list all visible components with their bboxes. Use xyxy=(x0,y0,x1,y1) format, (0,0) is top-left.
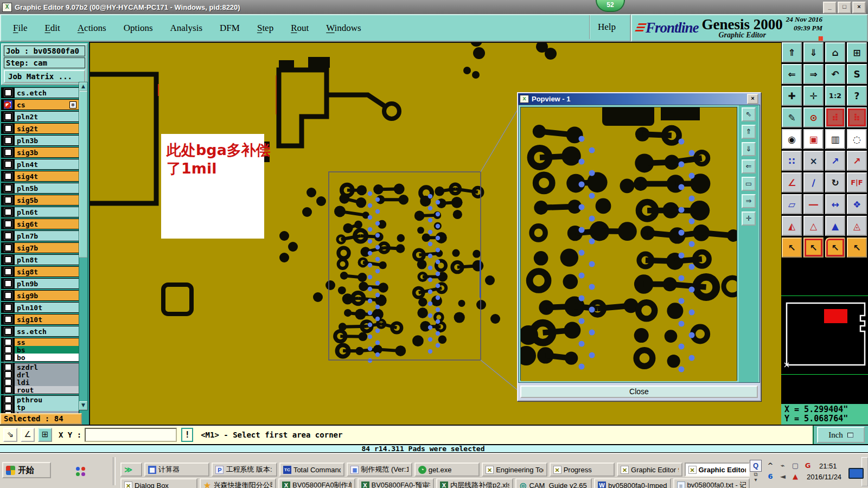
layer-scrollbar[interactable]: ▲ ▼ xyxy=(79,82,88,410)
layer-row-cs[interactable]: ◤cs⊞ xyxy=(2,100,79,110)
layer-visibility-checkbox[interactable] xyxy=(2,255,15,265)
grid-toggle-button[interactable]: ⊞ xyxy=(38,428,52,442)
zoom-area-button[interactable]: ⇘ xyxy=(3,428,17,442)
layer-row-sig2t[interactable]: sig2t xyxy=(2,124,79,133)
triangle-up-c-icon[interactable]: ▲ xyxy=(825,216,845,236)
layer-visibility-checkbox[interactable] xyxy=(2,243,15,253)
scroll-down-icon[interactable]: ▼ xyxy=(79,401,87,410)
menu-edit[interactable]: Edit xyxy=(44,23,60,34)
navigator-thumbnail[interactable] xyxy=(781,296,868,375)
layer-row-pln8t[interactable]: pln8t xyxy=(2,255,79,265)
layer-label[interactable]: pln10t xyxy=(15,303,79,312)
taskbar-button-graphic-editor-9-0-[interactable]: ✕Graphic Editor 9.0... xyxy=(685,463,750,477)
pv-pan-icon[interactable]: ✛ xyxy=(742,211,756,226)
rotate-icon[interactable]: ↻ xyxy=(825,172,845,192)
pan-right-icon[interactable]: ⇒ xyxy=(803,64,824,84)
menu-options[interactable]: Options xyxy=(124,23,153,34)
minimize-button[interactable]: _ xyxy=(823,2,837,14)
select-arrow-icon[interactable]: ↖ xyxy=(782,237,802,258)
layer-visibility-checkbox[interactable] xyxy=(2,124,15,133)
tray-thunder-icon[interactable]: 6 xyxy=(766,472,775,481)
tray-triangle-app-icon[interactable]: ▲ xyxy=(791,472,800,481)
layer-label[interactable]: ldi xyxy=(15,378,79,386)
window-titlebar[interactable]: X Graphic Editor 9.07b2 (00@HY-HYCAM-PC1… xyxy=(0,0,868,15)
select-feature-icon[interactable]: ◉ xyxy=(782,129,802,149)
taskbar-button--[interactable]: ▦计算器 xyxy=(144,463,209,477)
measure-ruler-icon[interactable]: ▥ xyxy=(825,129,845,149)
copy-pad-icon[interactable]: ▱ xyxy=(782,194,802,214)
layer-visibility-checkbox[interactable] xyxy=(2,314,15,324)
popview-close-button[interactable]: Close xyxy=(520,386,758,398)
layer-label[interactable]: sig6t xyxy=(15,219,79,229)
menu-actions[interactable]: Actions xyxy=(78,23,106,34)
layer-visibility-checkbox[interactable] xyxy=(2,411,15,413)
layer-row-pln2t[interactable]: pln2t xyxy=(2,112,79,121)
help-icon[interactable]: ? xyxy=(847,86,867,106)
select-route-icon[interactable]: ↖ xyxy=(847,237,867,258)
pad-snap-icon[interactable]: ◌ xyxy=(847,129,867,149)
pv-up-icon[interactable]: ⇑ xyxy=(742,125,756,139)
layer-label[interactable]: bs xyxy=(15,346,79,354)
layer-visibility-checkbox[interactable] xyxy=(2,231,15,241)
taskbar-button-bv05800fa0-txt-[interactable]: ≡bv05800fa0.txt - 记事本 xyxy=(673,478,750,488)
view-clipboard-up-icon[interactable]: ⇑ xyxy=(782,42,802,62)
net-highlight-b-icon[interactable]: ⠷ xyxy=(847,107,867,127)
layer-row-sig5b[interactable]: sig5b xyxy=(2,195,79,205)
zoom-fit-icon[interactable]: ✚ xyxy=(782,86,802,106)
taskbar-button-dialog-box[interactable]: ✕Dialog Box xyxy=(120,478,197,488)
taskbar-button--[interactable]: ★兴森快捷衡阳分公司... xyxy=(200,478,277,488)
pv-down-icon[interactable]: ⇓ xyxy=(742,142,756,156)
layer-row-bo[interactable]: bo xyxy=(2,354,79,361)
layer-visibility-checkbox[interactable] xyxy=(2,403,15,411)
layer-label[interactable]: drl xyxy=(15,371,79,378)
menu-windows[interactable]: Windows xyxy=(326,23,361,34)
layer-row-ldi[interactable]: ldi xyxy=(2,378,79,386)
taskbar-button--[interactable]: P工程系统 版本: ... xyxy=(212,463,277,477)
shapes-union-icon[interactable]: ❖ xyxy=(847,194,867,214)
layer-row-rout[interactable]: rout xyxy=(2,386,79,394)
grow-large-icon[interactable]: ↗ xyxy=(847,151,867,171)
layer-row-pln10t[interactable]: pln10t xyxy=(2,303,79,312)
layer-row-ss[interactable]: ss xyxy=(2,338,79,346)
maximize-button[interactable]: □ xyxy=(838,2,851,14)
taskbar-button-graphic-editor-9-07-[interactable]: ✕Graphic Editor 9.07... xyxy=(617,463,682,477)
layer-label[interactable]: ss xyxy=(15,338,79,346)
xy-input[interactable] xyxy=(85,428,177,442)
pause-icon[interactable]: ▮▮ xyxy=(818,35,822,42)
start-button[interactable]: 开始 xyxy=(2,462,51,478)
layer-row-cs.etch[interactable]: cs.etch xyxy=(2,88,79,98)
grow-small-icon[interactable]: ↗ xyxy=(825,151,845,171)
tray-plug-icon[interactable]: ⌁ xyxy=(778,461,787,470)
taskbar-button-quick[interactable]: ≫ xyxy=(120,463,142,477)
layer-label[interactable]: sig3b xyxy=(15,147,79,157)
layer-label[interactable]: szdrl xyxy=(15,363,79,371)
pv-restore-icon[interactable]: ⇖ xyxy=(742,107,756,121)
highlight-pad-icon[interactable]: ⊙ xyxy=(803,107,824,127)
layer-label[interactable]: sig8t xyxy=(15,267,79,277)
layer-row-pln5b[interactable]: pln5b xyxy=(2,183,79,193)
menu-help[interactable]: Help xyxy=(589,15,623,39)
layer-row-sig4t[interactable]: sig4t xyxy=(2,171,79,181)
layer-visibility-checkbox[interactable] xyxy=(2,136,15,145)
layer-label[interactable]: pln8t xyxy=(15,255,79,265)
view-clipboard-down-icon[interactable]: ⇓ xyxy=(803,42,824,62)
layer-label[interactable]: sig7b xyxy=(15,243,79,253)
stretch-line-icon[interactable]: ― xyxy=(803,194,824,214)
layer-visibility-checkbox[interactable] xyxy=(2,354,15,361)
mirror-text-icon[interactable]: F|F xyxy=(847,172,867,192)
layer-label[interactable]: ss.etch xyxy=(15,326,79,336)
layer-row-pln3b[interactable]: pln3b xyxy=(2,136,79,145)
layer-label[interactable]: pln9b xyxy=(15,279,79,288)
taskbar-button-bv05800fa0-xls-[interactable]: XBV05800FA0制作单.xls ... xyxy=(278,478,355,488)
popview-canvas[interactable] xyxy=(520,107,737,381)
layer-row-sig6t[interactable]: sig6t xyxy=(2,219,79,229)
layer-visibility-checkbox[interactable] xyxy=(2,112,15,121)
tray-volume-icon[interactable]: ◄ xyxy=(778,472,787,481)
close-button[interactable]: × xyxy=(852,2,866,14)
layer-visibility-checkbox[interactable] xyxy=(2,195,15,205)
layer-visibility-checkbox[interactable] xyxy=(2,291,15,300)
scroll-up-icon[interactable]: ▲ xyxy=(79,82,87,91)
slash-measure-icon[interactable]: ∕ xyxy=(803,172,824,192)
layer-label[interactable]: bo xyxy=(15,354,79,361)
menu-rout[interactable]: Rout xyxy=(291,23,309,34)
